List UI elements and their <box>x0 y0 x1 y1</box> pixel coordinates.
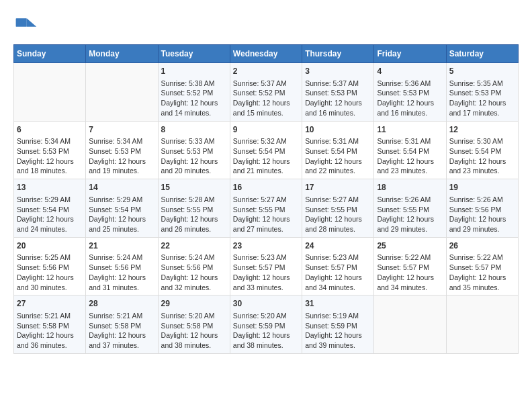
header-day: Tuesday <box>158 45 230 63</box>
cell-content: Sunrise: 5:27 AM Sunset: 5:55 PM Dayligh… <box>305 195 371 234</box>
cell-content: Sunrise: 5:23 AM Sunset: 5:57 PM Dayligh… <box>233 253 299 292</box>
day-number: 21 <box>89 240 154 252</box>
calendar-cell: 7Sunrise: 5:34 AM Sunset: 5:53 PM Daylig… <box>86 121 158 179</box>
calendar-cell: 27Sunrise: 5:21 AM Sunset: 5:58 PM Dayli… <box>14 295 86 354</box>
calendar-cell: 3Sunrise: 5:37 AM Sunset: 5:53 PM Daylig… <box>302 63 374 122</box>
day-number: 7 <box>89 124 154 136</box>
header-day: Sunday <box>14 45 86 63</box>
page-header <box>13 13 519 38</box>
calendar-cell: 13Sunrise: 5:29 AM Sunset: 5:54 PM Dayli… <box>14 179 86 238</box>
day-number: 1 <box>161 66 227 77</box>
cell-content: Sunrise: 5:24 AM Sunset: 5:56 PM Dayligh… <box>161 253 227 292</box>
svg-marker-0 <box>27 18 36 27</box>
calendar-cell: 4Sunrise: 5:36 AM Sunset: 5:53 PM Daylig… <box>374 63 446 122</box>
day-number: 26 <box>449 240 515 252</box>
header-row: SundayMondayTuesdayWednesdayThursdayFrid… <box>14 45 519 63</box>
calendar-body: 1Sunrise: 5:38 AM Sunset: 5:52 PM Daylig… <box>14 63 519 354</box>
cell-content: Sunrise: 5:24 AM Sunset: 5:56 PM Dayligh… <box>89 253 154 292</box>
logo <box>13 13 40 38</box>
header-day: Thursday <box>302 45 374 63</box>
cell-content: Sunrise: 5:20 AM Sunset: 5:59 PM Dayligh… <box>233 311 299 351</box>
calendar-cell: 28Sunrise: 5:21 AM Sunset: 5:58 PM Dayli… <box>86 295 158 354</box>
cell-content: Sunrise: 5:23 AM Sunset: 5:57 PM Dayligh… <box>305 253 371 292</box>
calendar-cell <box>446 295 518 354</box>
day-number: 20 <box>17 240 83 252</box>
calendar-cell: 11Sunrise: 5:31 AM Sunset: 5:54 PM Dayli… <box>374 121 446 179</box>
day-number: 22 <box>161 240 227 252</box>
cell-content: Sunrise: 5:19 AM Sunset: 5:59 PM Dayligh… <box>305 311 371 351</box>
cell-content: Sunrise: 5:25 AM Sunset: 5:56 PM Dayligh… <box>17 253 83 292</box>
logo-icon <box>13 13 38 38</box>
calendar-cell <box>14 63 86 122</box>
day-number: 24 <box>305 240 371 252</box>
calendar-cell <box>374 295 446 354</box>
calendar-cell: 29Sunrise: 5:20 AM Sunset: 5:58 PM Dayli… <box>158 295 230 354</box>
day-number: 13 <box>17 182 83 193</box>
calendar-cell: 14Sunrise: 5:29 AM Sunset: 5:54 PM Dayli… <box>86 179 158 238</box>
calendar-cell: 16Sunrise: 5:27 AM Sunset: 5:55 PM Dayli… <box>230 179 302 238</box>
calendar-cell: 30Sunrise: 5:20 AM Sunset: 5:59 PM Dayli… <box>230 295 302 354</box>
day-number: 23 <box>233 240 299 252</box>
cell-content: Sunrise: 5:38 AM Sunset: 5:52 PM Dayligh… <box>161 79 227 118</box>
cell-content: Sunrise: 5:20 AM Sunset: 5:58 PM Dayligh… <box>161 311 227 351</box>
day-number: 11 <box>377 124 443 136</box>
cell-content: Sunrise: 5:21 AM Sunset: 5:58 PM Dayligh… <box>89 311 154 351</box>
calendar-cell: 18Sunrise: 5:26 AM Sunset: 5:55 PM Dayli… <box>374 179 446 238</box>
day-number: 25 <box>377 240 443 252</box>
calendar-cell: 8Sunrise: 5:33 AM Sunset: 5:53 PM Daylig… <box>158 121 230 179</box>
day-number: 2 <box>233 66 299 77</box>
calendar-cell: 22Sunrise: 5:24 AM Sunset: 5:56 PM Dayli… <box>158 237 230 295</box>
calendar-week-row: 1Sunrise: 5:38 AM Sunset: 5:52 PM Daylig… <box>14 63 519 122</box>
calendar-cell: 2Sunrise: 5:37 AM Sunset: 5:52 PM Daylig… <box>230 63 302 122</box>
cell-content: Sunrise: 5:28 AM Sunset: 5:55 PM Dayligh… <box>161 195 227 234</box>
calendar-cell: 20Sunrise: 5:25 AM Sunset: 5:56 PM Dayli… <box>14 237 86 295</box>
calendar-cell: 31Sunrise: 5:19 AM Sunset: 5:59 PM Dayli… <box>302 295 374 354</box>
calendar-cell: 6Sunrise: 5:34 AM Sunset: 5:53 PM Daylig… <box>14 121 86 179</box>
cell-content: Sunrise: 5:27 AM Sunset: 5:55 PM Dayligh… <box>233 195 299 234</box>
calendar-cell: 21Sunrise: 5:24 AM Sunset: 5:56 PM Dayli… <box>86 237 158 295</box>
day-number: 17 <box>305 182 371 193</box>
cell-content: Sunrise: 5:30 AM Sunset: 5:54 PM Dayligh… <box>449 136 515 176</box>
day-number: 15 <box>161 182 227 193</box>
svg-rect-1 <box>16 18 27 27</box>
calendar-cell: 10Sunrise: 5:31 AM Sunset: 5:54 PM Dayli… <box>302 121 374 179</box>
calendar-week-row: 27Sunrise: 5:21 AM Sunset: 5:58 PM Dayli… <box>14 295 519 354</box>
cell-content: Sunrise: 5:26 AM Sunset: 5:55 PM Dayligh… <box>377 195 443 234</box>
calendar-cell: 15Sunrise: 5:28 AM Sunset: 5:55 PM Dayli… <box>158 179 230 238</box>
calendar-cell: 23Sunrise: 5:23 AM Sunset: 5:57 PM Dayli… <box>230 237 302 295</box>
day-number: 8 <box>161 124 227 136</box>
day-number: 4 <box>377 66 443 77</box>
cell-content: Sunrise: 5:37 AM Sunset: 5:52 PM Dayligh… <box>233 79 299 118</box>
cell-content: Sunrise: 5:29 AM Sunset: 5:54 PM Dayligh… <box>17 195 83 234</box>
calendar-table: SundayMondayTuesdayWednesdayThursdayFrid… <box>13 44 519 354</box>
day-number: 19 <box>449 182 515 193</box>
calendar-week-row: 6Sunrise: 5:34 AM Sunset: 5:53 PM Daylig… <box>14 121 519 179</box>
day-number: 29 <box>161 298 227 310</box>
cell-content: Sunrise: 5:31 AM Sunset: 5:54 PM Dayligh… <box>377 136 443 176</box>
day-number: 30 <box>233 298 299 310</box>
day-number: 5 <box>449 66 515 77</box>
calendar-cell <box>86 63 158 122</box>
calendar-cell: 5Sunrise: 5:35 AM Sunset: 5:53 PM Daylig… <box>446 63 518 122</box>
calendar-cell: 25Sunrise: 5:22 AM Sunset: 5:57 PM Dayli… <box>374 237 446 295</box>
day-number: 18 <box>377 182 443 193</box>
cell-content: Sunrise: 5:35 AM Sunset: 5:53 PM Dayligh… <box>449 79 515 118</box>
cell-content: Sunrise: 5:21 AM Sunset: 5:58 PM Dayligh… <box>17 311 83 351</box>
cell-content: Sunrise: 5:37 AM Sunset: 5:53 PM Dayligh… <box>305 79 371 118</box>
cell-content: Sunrise: 5:32 AM Sunset: 5:54 PM Dayligh… <box>233 136 299 176</box>
calendar-cell: 12Sunrise: 5:30 AM Sunset: 5:54 PM Dayli… <box>446 121 518 179</box>
day-number: 27 <box>17 298 83 310</box>
cell-content: Sunrise: 5:26 AM Sunset: 5:56 PM Dayligh… <box>449 195 515 234</box>
cell-content: Sunrise: 5:33 AM Sunset: 5:53 PM Dayligh… <box>161 136 227 176</box>
cell-content: Sunrise: 5:36 AM Sunset: 5:53 PM Dayligh… <box>377 79 443 118</box>
cell-content: Sunrise: 5:34 AM Sunset: 5:53 PM Dayligh… <box>17 136 83 176</box>
calendar-cell: 9Sunrise: 5:32 AM Sunset: 5:54 PM Daylig… <box>230 121 302 179</box>
day-number: 10 <box>305 124 371 136</box>
header-day: Saturday <box>446 45 518 63</box>
cell-content: Sunrise: 5:22 AM Sunset: 5:57 PM Dayligh… <box>449 253 515 292</box>
cell-content: Sunrise: 5:22 AM Sunset: 5:57 PM Dayligh… <box>377 253 443 292</box>
day-number: 14 <box>89 182 154 193</box>
day-number: 31 <box>305 298 371 310</box>
calendar-cell: 19Sunrise: 5:26 AM Sunset: 5:56 PM Dayli… <box>446 179 518 238</box>
day-number: 28 <box>89 298 154 310</box>
